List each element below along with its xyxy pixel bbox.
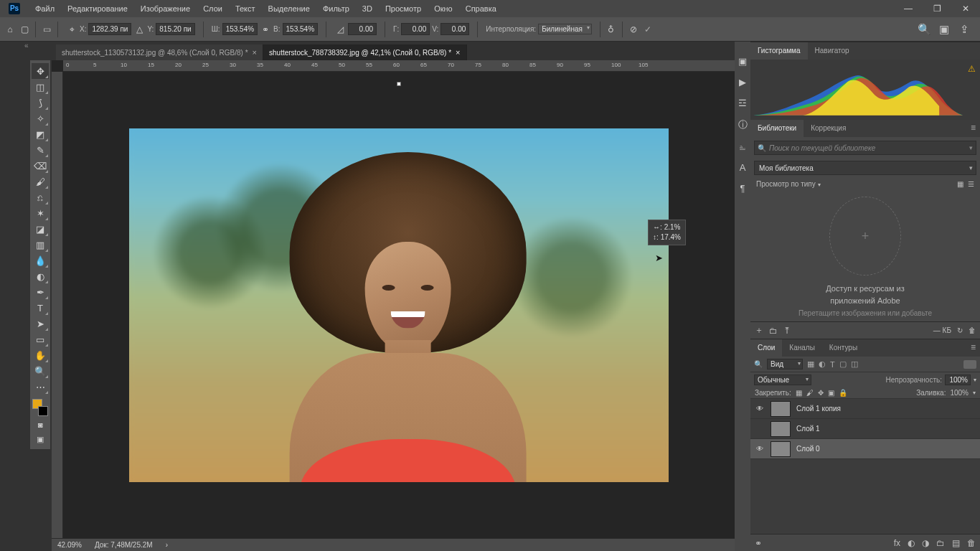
vskew-value[interactable]: 0.00	[440, 23, 469, 35]
magic-wand-tool[interactable]: ✧	[32, 110, 49, 126]
status-more-icon[interactable]: ›	[166, 541, 168, 549]
hskew-value[interactable]: 0.00	[401, 23, 430, 35]
blend-mode-select[interactable]: Обычные	[754, 375, 811, 385]
crop-tool[interactable]: ◩	[32, 126, 49, 142]
window-maximize[interactable]: ❐	[923, 0, 951, 17]
type-tool[interactable]: T	[32, 300, 49, 316]
grid-view-icon[interactable]: ▦	[957, 180, 963, 188]
tab-libraries[interactable]: Библиотеки	[750, 120, 804, 137]
zoom-tool[interactable]: 🔍	[32, 363, 49, 379]
menu-file[interactable]: Файл	[29, 0, 61, 17]
info-panel-icon[interactable]: ⓘ	[738, 118, 748, 131]
x-value[interactable]: 1282.39 пи	[88, 23, 131, 35]
add-icon[interactable]: ＋	[755, 324, 763, 336]
visibility-icon[interactable]: 👁	[755, 405, 765, 413]
angle-value[interactable]: 0.00	[348, 23, 377, 35]
lock-all-icon[interactable]: 🔒	[839, 389, 847, 397]
chevron-down-icon[interactable]: ▾	[974, 377, 976, 383]
reference-point-icon[interactable]: ▢	[19, 24, 30, 35]
collapse-toolbox-icon[interactable]: «	[24, 42, 29, 50]
menu-edit[interactable]: Редактирование	[61, 0, 134, 17]
tab-layers[interactable]: Слои	[750, 339, 782, 357]
panel-menu-icon[interactable]: ≡	[971, 342, 976, 352]
tab-histogram[interactable]: Гистограмма	[750, 42, 808, 60]
document-tab-1[interactable]: shutterstock_1130573132.jpg @ 48,6% (Сло…	[56, 44, 263, 60]
folder-icon[interactable]: 🗀	[769, 326, 778, 336]
chevron-down-icon[interactable]: ▾	[973, 390, 976, 396]
transform-preset-icon[interactable]: ▭	[41, 24, 52, 35]
hand-tool[interactable]: ✋	[32, 347, 49, 363]
mask-icon[interactable]: ◐	[908, 538, 915, 548]
lock-transparency-icon[interactable]: ▦	[796, 389, 802, 397]
dodge-tool[interactable]: ◐	[32, 268, 49, 284]
library-select[interactable]: Моя библиотека▾	[754, 161, 976, 175]
adjustment-layer-icon[interactable]: ◑	[922, 538, 929, 548]
blur-tool[interactable]: 💧	[32, 253, 49, 268]
interp-select[interactable]: Билинейная	[538, 24, 592, 34]
share-icon[interactable]: ⇪	[958, 24, 970, 35]
filter-toggle[interactable]	[963, 360, 976, 369]
history-panel-icon[interactable]: ▣	[738, 56, 747, 67]
link-layers-icon[interactable]: ⚭	[755, 538, 762, 548]
window-close[interactable]: ✕	[951, 0, 980, 17]
library-drop-zone[interactable]: +	[829, 197, 901, 276]
lock-pixels-icon[interactable]: 🖌	[806, 389, 814, 397]
panel-menu-icon[interactable]: ≡	[971, 123, 976, 133]
color-swatches[interactable]	[31, 397, 50, 418]
lasso-tool[interactable]: ⟆	[32, 95, 49, 110]
upload-icon[interactable]: ⤒	[783, 326, 791, 336]
search-icon[interactable]: 🔍	[918, 24, 930, 35]
menu-view[interactable]: Просмотр	[379, 0, 428, 17]
menu-3d[interactable]: 3D	[356, 0, 379, 17]
layer-row[interactable]: Слой 1	[750, 419, 980, 439]
move-tool[interactable]: ✥	[32, 63, 49, 79]
new-layer-icon[interactable]: ▤	[952, 538, 960, 548]
menu-filter[interactable]: Фильтр	[316, 0, 356, 17]
library-view-mode[interactable]: Просмотр по типу ▾	[756, 180, 821, 188]
layer-name[interactable]: Слой 1	[796, 425, 820, 433]
path-select-tool[interactable]: ➤	[32, 316, 49, 331]
home-icon[interactable]: ⌂	[4, 24, 16, 35]
screen-mode-toggle[interactable]: ▣	[32, 432, 49, 446]
shape-tool[interactable]: ▭	[32, 331, 49, 347]
visibility-icon[interactable]: 👁	[755, 445, 765, 453]
menu-help[interactable]: Справка	[459, 0, 503, 17]
document-image[interactable]	[129, 128, 669, 482]
cancel-transform-icon[interactable]: ⊘	[628, 24, 639, 35]
doc-size[interactable]: Док: 7,48M/25.2M	[95, 541, 153, 549]
fx-icon[interactable]: fx	[894, 538, 900, 548]
lock-artboard-icon[interactable]: ▣	[828, 389, 834, 397]
history-brush-tool[interactable]: ✶	[32, 205, 49, 221]
brush-tool[interactable]: 🖌	[32, 174, 49, 189]
filter-adjust-icon[interactable]: ◐	[819, 359, 826, 369]
chevron-down-icon[interactable]: ▾	[969, 144, 973, 151]
healing-tool[interactable]: ⌫	[32, 158, 49, 174]
marquee-tool[interactable]: ◫	[32, 79, 49, 95]
clone-tool[interactable]: ⎌	[32, 189, 49, 205]
sync-icon[interactable]: ↻	[957, 326, 963, 334]
background-color[interactable]	[38, 406, 48, 416]
window-minimize[interactable]: —	[894, 0, 923, 17]
filter-pixel-icon[interactable]: ▦	[807, 359, 814, 369]
warning-icon[interactable]: ⚠	[968, 64, 976, 74]
quick-mask-toggle[interactable]: ◙	[32, 418, 49, 432]
canvas[interactable]: ↔: 2.1% ↕: 17.4% ➤	[63, 72, 735, 538]
filter-type-icon[interactable]: T	[830, 360, 835, 369]
layer-row[interactable]: 👁Слой 0	[750, 439, 980, 459]
warp-icon[interactable]: ♁	[606, 24, 617, 35]
tab-paths[interactable]: Контуры	[822, 339, 864, 357]
opacity-value[interactable]: 100%	[945, 375, 971, 385]
layer-name[interactable]: Слой 1 копия	[796, 405, 841, 413]
filter-smart-icon[interactable]: ◫	[851, 359, 858, 369]
edit-toolbar[interactable]: ⋯	[32, 379, 49, 395]
close-icon[interactable]: ×	[456, 48, 460, 57]
ruler-vertical[interactable]	[52, 72, 63, 538]
transform-handle-top[interactable]	[397, 82, 401, 86]
tab-adjustments[interactable]: Коррекция	[804, 120, 853, 137]
actions-panel-icon[interactable]: ▶	[739, 77, 746, 88]
ruler-horizontal[interactable]: 0510152025303540455055606570758085909510…	[63, 60, 735, 72]
menu-window[interactable]: Окно	[428, 0, 459, 17]
commit-transform-icon[interactable]: ✓	[642, 24, 654, 35]
layer-filter-kind[interactable]: Вид	[767, 359, 803, 369]
layer-thumbnail[interactable]	[771, 401, 791, 417]
